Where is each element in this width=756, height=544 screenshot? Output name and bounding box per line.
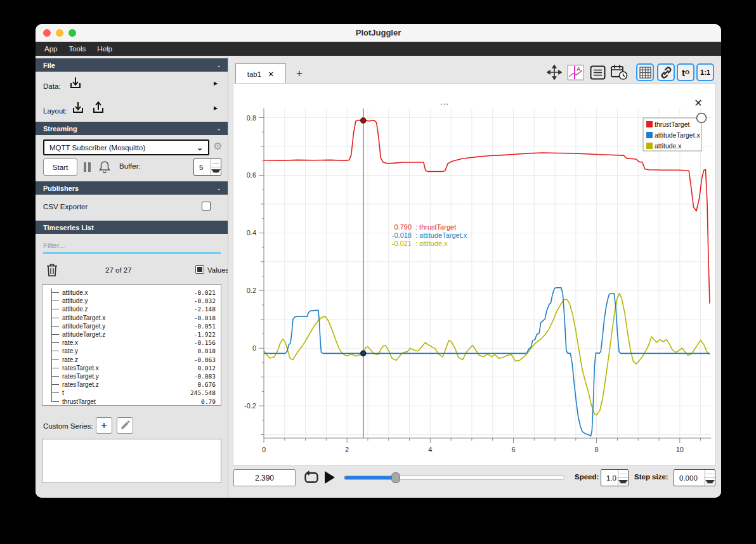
- timeseries-row[interactable]: ratesTarget.y-0.083: [42, 372, 221, 380]
- csv-exporter-label: CSV Exporter: [43, 203, 88, 210]
- values-label: Values: [207, 266, 229, 274]
- add-custom-series-button[interactable]: +: [96, 417, 112, 434]
- legend-label-attitudeTarget.x[interactable]: attitudeTarget.x: [655, 131, 701, 139]
- timeseries-value: 245.548: [190, 389, 221, 396]
- load-layout-icon[interactable]: [71, 101, 85, 115]
- timeseries-row[interactable]: attitudeTarget.y-0.051: [42, 322, 221, 330]
- plot-widget: -0.200.20.40.60.802468100.790: thrustTar…: [233, 83, 716, 466]
- spin-up-button[interactable]: [211, 159, 221, 167]
- timeseries-section-header[interactable]: Timeseries List: [36, 221, 228, 234]
- timeseries-value: -0.063: [194, 356, 221, 363]
- edit-custom-series-button[interactable]: [117, 417, 133, 434]
- pause-icon[interactable]: [84, 162, 91, 172]
- legend-label-thrustTarget[interactable]: thrustTarget: [655, 120, 690, 128]
- layout-label: Layout:: [43, 105, 67, 116]
- tree-branch-line: [51, 318, 59, 318]
- app-window: PlotJuggler App Tools Help File - Data: …: [36, 24, 721, 498]
- zoom-ratio-icon[interactable]: 1:1: [696, 63, 714, 81]
- streaming-source-select[interactable]: MQTT Subscriber (Mosquitto) ⌄: [43, 139, 209, 155]
- values-checkbox[interactable]: [195, 265, 204, 274]
- time-slider[interactable]: [344, 476, 564, 480]
- notifications-bell-icon[interactable]: [98, 160, 112, 174]
- timeseries-row[interactable]: rate.x-0.156: [42, 339, 221, 347]
- plot-close-icon[interactable]: ✕: [694, 98, 702, 108]
- timeseries-row[interactable]: t245.548: [42, 389, 221, 397]
- link-axes-icon[interactable]: [657, 63, 675, 81]
- chevron-down-icon: ⌄: [197, 143, 203, 152]
- plot-font-style-icon[interactable]: A: [566, 63, 584, 81]
- slider-handle[interactable]: [391, 472, 400, 483]
- grid-toggle-icon[interactable]: [636, 63, 654, 81]
- legend-label-attitude.x[interactable]: attitude.x: [655, 142, 682, 150]
- layout-expand-arrow[interactable]: ▶: [214, 105, 218, 111]
- time-offset-icon[interactable]: tO: [677, 63, 694, 81]
- timeseries-row[interactable]: rate.z-0.063: [42, 356, 221, 364]
- svg-text:A: A: [577, 66, 581, 72]
- tree-branch-line: [51, 401, 59, 402]
- speed-label: Speed:: [575, 473, 599, 481]
- publishers-section-header[interactable]: Publishers -: [36, 181, 228, 195]
- tab-close-icon[interactable]: ✕: [268, 70, 274, 79]
- list-legend-icon[interactable]: [589, 63, 606, 81]
- add-tab-button[interactable]: +: [292, 66, 307, 81]
- data-expand-arrow[interactable]: ▶: [214, 81, 218, 86]
- x-tick-label: 10: [676, 446, 684, 453]
- custom-series-list[interactable]: [42, 439, 221, 483]
- spin-down-button[interactable]: [705, 478, 715, 486]
- start-button[interactable]: Start: [43, 159, 77, 176]
- speed-spinbox[interactable]: 1.0: [601, 469, 629, 486]
- file-section-header[interactable]: File -: [36, 58, 228, 72]
- sidebar: File - Data: ▶ Layout: ▶ Streaming -: [36, 56, 228, 498]
- timeseries-row[interactable]: ratesTarget.z0.676: [42, 380, 221, 389]
- menu-app[interactable]: App: [44, 45, 57, 53]
- timeseries-row[interactable]: attitudeTarget.z-1.922: [42, 330, 221, 339]
- loop-icon[interactable]: [303, 470, 320, 486]
- streaming-settings-gear-icon[interactable]: ⚙: [213, 140, 222, 152]
- timeseries-row[interactable]: thrustTarget0.79: [42, 397, 221, 405]
- legend-swatch-thrustTarget: [646, 121, 653, 127]
- delete-trash-icon[interactable]: [46, 262, 58, 277]
- step-size-label: Step size:: [634, 473, 668, 481]
- spin-up-button[interactable]: [705, 470, 715, 478]
- menu-tools[interactable]: Tools: [68, 45, 86, 53]
- tab-tab1[interactable]: tab1 ✕: [235, 63, 286, 84]
- timeseries-row[interactable]: attitude.x-0.021: [42, 288, 221, 297]
- buffer-spinbox[interactable]: 5: [193, 159, 221, 176]
- timeseries-row[interactable]: attitudeTarget.x-0.018: [42, 314, 221, 322]
- save-layout-icon[interactable]: [91, 101, 105, 115]
- series-attitudeTarget.x: [264, 288, 710, 436]
- spin-down-button[interactable]: [618, 478, 628, 486]
- file-section-title: File: [43, 62, 55, 69]
- collapse-icon[interactable]: -: [218, 125, 220, 133]
- move-pan-icon[interactable]: [545, 63, 563, 81]
- spin-down-button[interactable]: [211, 167, 221, 175]
- menu-help[interactable]: Help: [97, 45, 112, 53]
- timeseries-row[interactable]: rate.y0.018: [42, 347, 221, 355]
- tooltip-value: -0.018: [392, 231, 412, 239]
- load-data-icon[interactable]: [68, 76, 82, 90]
- timeseries-row[interactable]: attitude.y-0.032: [42, 297, 221, 305]
- streaming-section-header[interactable]: Streaming -: [36, 122, 228, 135]
- datetime-axis-icon[interactable]: [610, 63, 628, 81]
- spin-up-button[interactable]: [618, 470, 628, 478]
- tree-branch-line: [51, 351, 59, 351]
- step-size-spinbox[interactable]: 0.000: [674, 469, 715, 486]
- csv-exporter-checkbox[interactable]: [202, 202, 211, 210]
- x-tick-label: 8: [595, 446, 599, 453]
- timeseries-list[interactable]: attitude.x-0.021attitude.y-0.032attitude…: [42, 284, 221, 406]
- plot-canvas[interactable]: -0.200.20.40.60.802468100.790: thrustTar…: [233, 84, 717, 467]
- tree-branch-line: [51, 392, 59, 393]
- timeseries-row[interactable]: ratesTarget.x0.012: [42, 364, 221, 372]
- current-time-field[interactable]: 2.390: [233, 469, 296, 486]
- tree-branch-line: [51, 368, 59, 368]
- play-icon[interactable]: [325, 471, 335, 484]
- timeseries-name: rate.z: [62, 356, 78, 363]
- tracker-dot-attitudeTarget.x: [361, 351, 366, 356]
- collapse-icon[interactable]: -: [218, 62, 220, 69]
- timeseries-name: rate.x: [62, 339, 78, 346]
- legend-drag-handle[interactable]: [697, 113, 707, 123]
- plot-title-ellipsis[interactable]: ...: [440, 97, 449, 107]
- collapse-icon[interactable]: -: [218, 185, 220, 192]
- timeseries-row[interactable]: attitude.z-2.148: [42, 305, 221, 313]
- filter-input[interactable]: [43, 238, 221, 254]
